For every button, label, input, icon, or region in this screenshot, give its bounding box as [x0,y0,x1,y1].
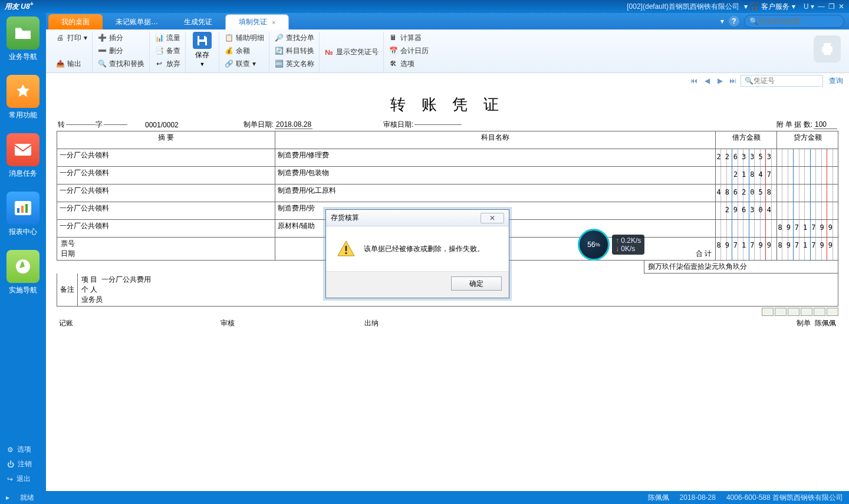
tab-voucher[interactable]: 填制凭证× [225,14,289,29]
english-name-button[interactable]: 🔤英文名称 [274,58,314,70]
first-button[interactable]: ⏮ [689,75,699,86]
search-icon: 🔍 [749,17,758,25]
maximize-button[interactable]: ❐ [828,2,835,11]
find-entry-button[interactable]: 🔎查找分单 [274,32,314,44]
discard-button[interactable]: ↩放弃 [154,58,180,70]
svg-rect-10 [824,51,831,55]
attachment-count[interactable]: 100 [814,120,837,129]
audit-date [414,124,462,125]
company-label: [002](default)首钢凯西钢铁有限公司 [627,2,739,12]
tab-generate[interactable]: 生成凭证 [171,14,225,29]
cell-credit[interactable] [777,202,838,220]
col-summary: 摘 要 [57,131,275,149]
flow-button[interactable]: 📊流量 [154,32,180,44]
network-widget[interactable]: 56% ↑ 0.2K/s ↓ 0K/s [578,229,644,261]
voucher-header: 转 字 0001/0002 制单日期: 2018.08.28 审核日期: 附 单… [57,120,838,131]
options-button[interactable]: 🛠选项 [389,58,429,70]
barcode-search[interactable]: 🔍 [744,15,844,28]
link-query-button[interactable]: 🔗联查 ▾ [224,58,264,70]
tab-unposted[interactable]: 未记账单据… [103,14,171,29]
ref-button[interactable]: 📑备查 [154,45,180,57]
sidebar-item-impl[interactable]: 实施导航 [6,248,40,295]
lang-icon: 🔤 [274,59,284,68]
status-user: 陈佩佩 [648,493,669,503]
cell-credit[interactable] [777,185,838,202]
calc-icon: 🖩 [389,33,398,42]
net-speeds: ↑ 0.2K/s ↓ 0K/s [612,235,644,255]
customer-service[interactable]: ▾ 🎧 客户服务 ▾ [744,2,795,12]
link-icon: 🔗 [224,59,233,68]
insert-line-button[interactable]: ➕插分 [97,32,144,44]
options-icon: 🛠 [389,59,398,68]
expand-handle[interactable]: ▸ [6,493,9,502]
cell-debit[interactable]: 296304 [716,202,777,220]
sidebar-logout[interactable]: ⏻注销 [0,457,46,472]
cell-summary[interactable]: 一分厂公共领料 [57,167,275,185]
sidebar-item-messages[interactable]: 消息任务 [6,131,40,179]
tab-desktop[interactable]: 我的桌面 [48,14,103,29]
aux-detail-button[interactable]: 📋辅助明细 [224,32,264,44]
cell-debit[interactable]: 21847 [716,167,777,185]
sidebar-item-reports[interactable]: 报表中心 [6,189,40,237]
export-button[interactable]: 📤输出 [55,58,87,70]
cell-summary[interactable]: 一分厂公共领料 [57,202,275,220]
u-menu[interactable]: U ▾ [804,2,814,11]
balance-button[interactable]: 💰余额 [224,45,264,57]
voucher-no-input[interactable] [753,77,812,85]
help-icon[interactable]: ? [729,16,739,27]
total-credit: 8971799 [777,238,838,261]
close-icon[interactable]: × [272,19,275,26]
next-button[interactable]: ▶ [715,75,725,86]
cell-debit[interactable]: 4862058 [716,185,777,202]
arrow-down-icon: ↓ [616,245,619,253]
cell-subject[interactable]: 制造费用/包装物 [275,167,716,185]
make-date[interactable]: 2018.08.28 [275,120,312,129]
close-button[interactable]: ✕ [838,2,844,11]
mini-page-icons[interactable] [57,307,838,317]
calendar-button[interactable]: 📅会计日历 [389,45,429,57]
prev-button[interactable]: ◀ [702,75,712,86]
cell-debit[interactable] [716,220,777,238]
subject-convert-button[interactable]: 🔄科目转换 [274,45,314,57]
status-ready: 就绪 [20,493,34,503]
cell-debit[interactable]: 2263353 [716,149,777,167]
barcode-search-input[interactable] [758,17,829,25]
calculator-button[interactable]: 🖩计算器 [389,32,429,44]
last-button[interactable]: ⏭ [728,75,738,86]
cell-subject[interactable]: 制造费用/化工原料 [275,185,716,202]
search2-icon: 🔎 [274,33,284,42]
dialog-ok-button[interactable]: 确定 [451,276,502,291]
cell-credit[interactable] [777,149,838,167]
svg-rect-2 [17,208,19,213]
table-row[interactable]: 一分厂公共领料制造费用/包装物21847 [57,167,838,185]
print-float-button[interactable] [814,35,841,62]
delete-line-button[interactable]: ➖删分 [97,45,144,57]
cell-summary[interactable]: 一分厂公共领料 [57,149,275,167]
print-button[interactable]: 🖨打印 ▾ [55,32,87,44]
cell-summary[interactable]: 一分厂公共领料 [57,220,275,238]
save-button[interactable]: 保存▼ [188,32,216,67]
tab-dropdown[interactable]: ▾ [720,17,724,25]
sidebar-item-favorites[interactable]: 常用功能 [6,73,40,120]
gear-icon: ⚙ [7,446,14,454]
cell-summary[interactable]: 一分厂公共领料 [57,185,275,202]
sidebar-exit[interactable]: ↪退出 [0,472,46,486]
exit-icon: ↪ [7,475,13,483]
dialog-close-button[interactable]: ✕ [481,213,504,223]
show-empty-button[interactable]: №显示空凭证号 [324,47,379,58]
table-row[interactable]: 一分厂公共领料制造费用/化工原料4862058 [57,185,838,202]
sidebar-options[interactable]: ⚙选项 [0,442,46,457]
cell-subject[interactable]: 制造费用/修理费 [275,149,716,167]
minimize-button[interactable]: — [818,2,825,11]
col-subject: 科目名称 [275,131,716,149]
table-row[interactable]: 一分厂公共领料制造费用/修理费2263353 [57,149,838,167]
find-replace-button[interactable]: 🔍查找和替换 [97,58,144,70]
svg-rect-0 [15,144,31,156]
warning-icon [337,239,356,258]
folder-nav-icon [6,17,40,50]
sidebar-item-biznav[interactable]: 业务导航 [6,14,40,62]
cell-credit[interactable]: 8971799 [777,220,838,238]
cell-credit[interactable] [777,167,838,185]
voucher-no-search[interactable]: 🔍 [741,75,823,87]
query-button[interactable]: 查询 [829,76,843,86]
